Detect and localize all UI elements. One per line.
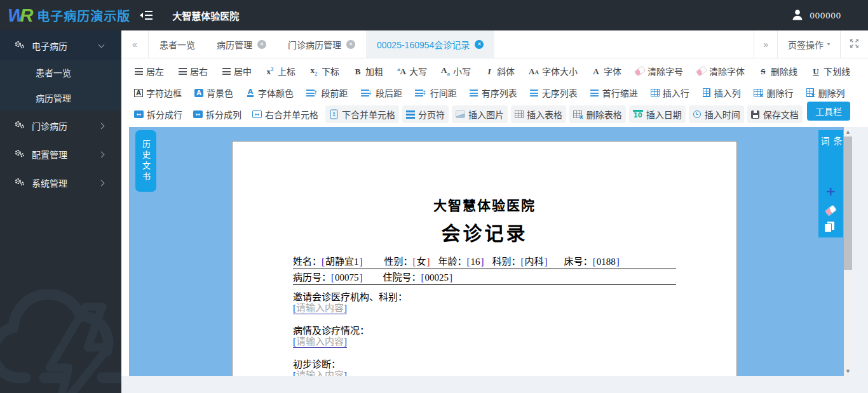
toolbar-item-superscript[interactable]: x2上标 [262,63,299,79]
copy-icon[interactable] [827,222,834,230]
toolbar-item-delete-column[interactable]: x删除列 [802,84,848,101]
toolbar-item-page-break[interactable]: 分页符 [402,105,449,123]
user-menu[interactable]: 000000 [791,8,841,23]
field-value-name[interactable]: [胡静宜1] [322,256,363,267]
toolbar-item-split-to-rows[interactable]: ↔拆分成行 [130,106,186,123]
scroll-up-icon[interactable]: ▲ [844,128,852,136]
toolbar-item-insert-row[interactable]: 插入行 [647,84,693,101]
toolbar-item-italic[interactable]: I斜体 [481,63,519,79]
chevron-right-icon [98,180,105,187]
sidebar-subitem-patient-list[interactable]: 患者一览 [0,60,121,86]
fullscreen-button[interactable] [840,30,868,58]
close-tab-icon[interactable]: ✕ [346,40,355,49]
tab-label: 门诊病历管理 [288,38,341,51]
tab-scroll-right-button[interactable]: » [754,30,777,58]
toolbar-item-insert-date[interactable]: 10插入日期 [629,105,686,123]
toolbar-item-unordered-list[interactable]: 无序列表 [526,84,581,101]
toolbar-item-label: 插入行 [663,86,689,99]
toolbar-item-insert-column[interactable]: 插入列 [698,84,745,101]
toolbar-item-label: 下合并单元格 [342,108,395,121]
app-logo: W R [8,6,33,25]
field-value-sex[interactable]: [女] [413,256,430,267]
toolbar-item-clear-font[interactable]: 清除字体 [693,63,749,79]
field-label-age: 年龄： [438,256,467,267]
toolbar-item-lowercase[interactable]: Aa小写 [437,63,475,79]
toolbar-item-insert-time[interactable]: 插入时间 [689,105,744,123]
toolbar-item-delete-table[interactable]: x删除表格 [569,105,626,123]
insert-row-icon [651,88,660,98]
input-placeholder-invited-org[interactable]: [请输入内容] [293,303,347,314]
toolbar-item-insert-table[interactable]: 插入表格 [511,105,566,123]
document-page[interactable]: 大智慧体验医院 会诊记录 姓名：[胡静宜1]性别：[女]年龄：[16]科别：[内… [232,141,737,376]
toolbar-item-align-center[interactable]: 居中 [218,63,255,79]
toolbar-item-clear-font-size[interactable]: 清除字号 [632,63,687,79]
toolbar-item-label: 删除线 [771,65,797,77]
field-value-admission-no[interactable]: [00025] [421,272,453,283]
toolbar-item-label: 上标 [278,65,295,77]
toolbar-panel-button[interactable]: 工具栏 [807,102,850,121]
close-tab-icon[interactable]: ✕ [475,40,484,49]
tab-consultation-record[interactable]: 00025-160954会诊记录✕ [366,30,494,58]
sidebar-item-emr[interactable]: 电子病历 [0,30,121,60]
scroll-down-icon[interactable]: ▼ [844,367,852,375]
toolbar-item-font-size[interactable]: AA字体大小 [525,63,581,79]
field-value-bed-no[interactable]: [0188] [593,256,620,267]
toolbar-item-label: 居中 [234,65,252,77]
input-placeholder-preliminary-diagnosis[interactable]: [请输入内容] [293,370,347,376]
eraser-icon[interactable] [825,205,836,215]
line-spacing-icon: ↕ [415,88,427,98]
toolbar-item-merge-cells-right[interactable]: ↔右合并单元格 [248,106,322,123]
toolbar-item-font-color[interactable]: A字体颜色 [242,84,297,101]
toolbar-item-ordered-list[interactable]: 有序列表 [466,84,521,101]
right-gutter [852,127,868,393]
scrollbar-thumb[interactable] [844,137,852,270]
toolbar-item-background-color[interactable]: A背景色 [191,84,237,101]
history-documents-tab[interactable]: 历史文书 [135,130,156,192]
toolbar-item-delete-row[interactable]: x删除行 [750,84,797,101]
toolbar-item-align-right[interactable]: 居右 [174,63,212,79]
sidebar-collapse-icon[interactable] [139,10,153,20]
toolbar-item-uppercase[interactable]: aA大写 [393,63,431,79]
storm-cloud-watermark-icon [0,277,121,393]
toolbar-item-merge-cells-down[interactable]: ↔下合并单元格 [325,105,399,123]
toolbar-item-space-before[interactable]: ↑段前距 [302,84,352,101]
field-value-age[interactable]: [16] [467,256,484,267]
toolbar-item-subscript[interactable]: x2下标 [306,63,343,79]
toolbar-item-char-border[interactable]: A字符边框 [130,84,186,101]
tab-record-management[interactable]: 病历管理✕ [206,30,277,58]
input-placeholder-condition-treatment[interactable]: [请输入内容] [293,336,347,348]
toolbar-item-insert-image[interactable]: 插入图片 [452,105,508,123]
editor-scrollbar[interactable]: ▲ ▼ [844,127,852,376]
tab-scroll-left-button[interactable]: « [121,30,149,58]
space-before-icon: ↑ [306,88,318,98]
toolbar-item-font[interactable]: A字体 [588,63,625,79]
toolbar-item-save-document[interactable]: 保存文档 [747,105,803,123]
toolbar-item-strikethrough[interactable]: S删除线 [755,63,801,79]
toolbar-item-split-to-columns[interactable]: ↔拆分成列 [189,106,245,123]
field-value-department[interactable]: [内科] [521,256,548,267]
toolbar-row-2: A字符边框A背景色A字体颜色↑段前距↓段后距↕行间距有序列表无序列表首行缩进插入… [130,82,868,103]
tab-patient-list[interactable]: 患者一览 [149,30,206,58]
toolbar-item-underline[interactable]: U下划线 [808,63,854,79]
tab-outpatient-record-management[interactable]: 门诊病历管理✕ [277,30,366,58]
tab-operations-dropdown[interactable]: 页签操作 ▾ [777,30,840,58]
editor-canvas: 历史文书 大智慧体验医院 会诊记录 姓名：[胡静宜1]性别：[女]年龄：[16]… [129,127,852,376]
sidebar-subitem-record-management[interactable]: 病历管理 [0,86,121,111]
field-value-record-no[interactable]: [00075] [331,272,363,283]
first-line-indent-icon [590,88,599,98]
toolbar-item-space-after[interactable]: ↓段后距 [357,84,407,101]
sidebar-item-config-management[interactable]: 配置管理 [0,140,121,168]
sidebar-item-system-management[interactable]: 系统管理 [0,168,121,197]
toolbar-item-bold[interactable]: B加粗 [349,63,387,79]
sidebar-item-outpatient-record[interactable]: 门诊病历 [0,111,121,140]
phrase-panel-rail[interactable]: 词条 + [818,130,843,237]
scroll-left-icon: « [132,39,137,50]
toolbar-row-3: ↔拆分成行↔拆分成列↔右合并单元格↔下合并单元格分页符插入图片插入表格x删除表格… [130,103,868,125]
toolbar-item-align-left[interactable]: 居左 [130,63,168,79]
add-phrase-icon[interactable]: + [825,185,836,197]
close-tab-icon[interactable]: ✕ [257,40,266,49]
document-sections: 邀请会诊医疗机构、科别：[请输入内容]病情及诊疗情况：[请输入内容]初步诊断：[… [293,291,676,376]
toolbar-item-first-line-indent[interactable]: 首行缩进 [587,84,642,101]
toolbar-item-line-spacing[interactable]: ↕行间距 [411,84,461,101]
bold-icon: B [353,67,362,76]
